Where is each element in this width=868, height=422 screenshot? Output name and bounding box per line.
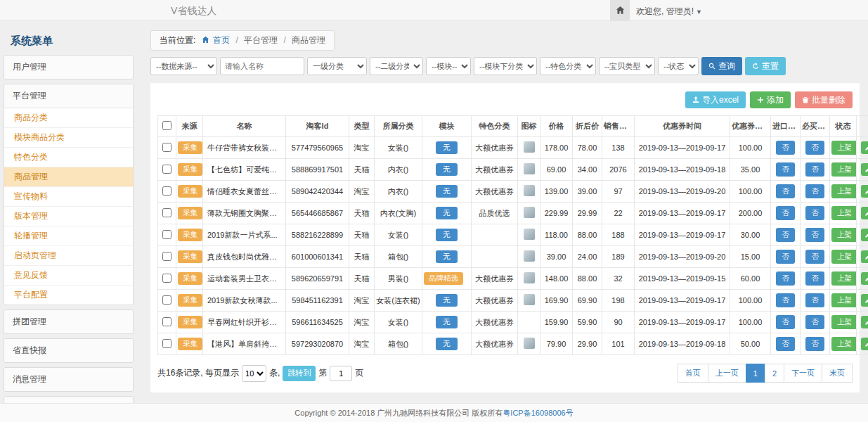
- sidebar-item-user-management[interactable]: 用户管理: [4, 55, 134, 79]
- sidebar-item-product-management[interactable]: 商品管理: [4, 167, 133, 187]
- status-button[interactable]: 上架: [831, 250, 857, 264]
- import-select-toggle[interactable]: 否: [776, 293, 795, 307]
- row-checkbox[interactable]: [162, 274, 171, 283]
- page-2-button[interactable]: 2: [765, 364, 784, 383]
- sidebar-item-message-management[interactable]: 消息管理: [4, 367, 134, 392]
- batch-delete-button[interactable]: 批量删除: [795, 91, 853, 108]
- row-checkbox[interactable]: [162, 230, 171, 239]
- next-page-button[interactable]: 下一页: [784, 364, 822, 383]
- import-excel-button[interactable]: 导入excel: [685, 91, 746, 108]
- edit-button[interactable]: [861, 272, 868, 285]
- status-button[interactable]: 上架: [831, 337, 857, 351]
- sidebar-item-groupbuy-management[interactable]: 拼团管理: [4, 309, 134, 334]
- must-buy-toggle[interactable]: 否: [805, 228, 824, 242]
- import-select-toggle[interactable]: 否: [776, 206, 795, 220]
- status-button[interactable]: 上架: [831, 228, 857, 242]
- status-button[interactable]: 上架: [831, 184, 857, 198]
- must-buy-toggle[interactable]: 否: [805, 250, 824, 264]
- edit-button[interactable]: [861, 229, 868, 241]
- data-source-select[interactable]: --数据来源--: [150, 57, 217, 75]
- item-type-select[interactable]: --宝贝类型--: [599, 57, 655, 75]
- row-checkbox[interactable]: [162, 208, 171, 217]
- row-checkbox[interactable]: [162, 339, 171, 348]
- must-buy-toggle[interactable]: 否: [805, 271, 824, 286]
- reset-button[interactable]: 重置: [745, 57, 786, 75]
- user-menu[interactable]: 欢迎您, 管理员!▼: [636, 6, 702, 18]
- sidebar-item-module-product-category[interactable]: 模块商品分类: [4, 128, 133, 148]
- add-button[interactable]: 添加: [750, 91, 791, 108]
- level1-category-select[interactable]: 一级分类: [307, 57, 367, 75]
- status-button[interactable]: 上架: [831, 206, 857, 220]
- import-select-toggle[interactable]: 否: [776, 162, 795, 177]
- breadcrumb-home-link[interactable]: 首页: [213, 35, 230, 45]
- status-button[interactable]: 上架: [831, 141, 857, 155]
- query-button[interactable]: 查询: [701, 57, 742, 75]
- sidebar-item-platform-config[interactable]: 平台配置: [4, 286, 133, 305]
- row-checkbox[interactable]: [162, 186, 171, 196]
- select-all-checkbox[interactable]: [162, 121, 171, 130]
- edit-button[interactable]: [861, 316, 868, 328]
- prev-page-button[interactable]: 上一页: [708, 364, 746, 383]
- status-select[interactable]: --状态--: [658, 57, 699, 75]
- import-select-toggle[interactable]: 否: [776, 271, 795, 286]
- menu-label[interactable]: 平台管理: [4, 84, 133, 108]
- import-select-toggle[interactable]: 否: [776, 184, 795, 198]
- sidebar-item-featured-category[interactable]: 特色分类: [4, 148, 133, 167]
- product-thumbnail: [524, 294, 535, 305]
- sidebar-item-product-category[interactable]: 商品分类: [4, 108, 133, 128]
- must-buy-toggle[interactable]: 否: [805, 162, 824, 177]
- level2-category-select[interactable]: --二级分类--: [370, 57, 423, 75]
- import-select-toggle[interactable]: 否: [776, 228, 795, 242]
- first-page-button[interactable]: 首页: [678, 364, 708, 383]
- name-search-input[interactable]: [220, 57, 304, 75]
- sidebar-item-splash-management[interactable]: 启动页管理: [4, 246, 133, 266]
- must-buy-toggle[interactable]: 否: [805, 206, 824, 220]
- edit-button[interactable]: [861, 338, 868, 350]
- module-sub-select[interactable]: --模块下分类--: [474, 57, 537, 75]
- sidebar-item-carousel-management[interactable]: 轮播管理: [4, 226, 133, 246]
- sidebar-item-version-management[interactable]: 版本管理: [4, 207, 133, 226]
- icp-link[interactable]: 粤ICP备16098006号: [503, 409, 573, 417]
- import-select-toggle[interactable]: 否: [776, 315, 795, 329]
- row-checkbox[interactable]: [162, 143, 171, 152]
- sidebar-item-feedback[interactable]: 意见反馈: [4, 266, 133, 286]
- edit-button[interactable]: [861, 163, 868, 176]
- page-size-select[interactable]: 10: [242, 365, 266, 382]
- last-page-button[interactable]: 末页: [822, 364, 853, 383]
- must-buy-toggle[interactable]: 否: [805, 315, 824, 329]
- sales-count: 189: [602, 246, 635, 268]
- row-checkbox[interactable]: [162, 295, 171, 305]
- sidebar-item-province-express[interactable]: 省直快报: [4, 338, 134, 363]
- jump-button[interactable]: 跳转到: [283, 366, 316, 381]
- header-home-button[interactable]: [610, 0, 630, 20]
- must-buy-toggle[interactable]: 否: [805, 184, 824, 198]
- edit-button[interactable]: [861, 185, 868, 198]
- row-checkbox[interactable]: [162, 165, 171, 174]
- status-button[interactable]: 上架: [831, 271, 857, 286]
- module-select[interactable]: --模块--: [426, 57, 471, 75]
- import-select-toggle[interactable]: 否: [776, 141, 795, 155]
- edit-button[interactable]: [861, 207, 868, 219]
- edit-button[interactable]: [861, 141, 868, 154]
- product-name: 真皮钱包时尚优雅女士...: [203, 246, 286, 268]
- sidebar: 系统菜单 用户管理 平台管理 商品分类 模块商品分类 特色分类 商品管理 宣传物…: [4, 30, 134, 408]
- edit-button[interactable]: [861, 250, 868, 263]
- discount-price: 69.90: [573, 290, 602, 312]
- row-checkbox[interactable]: [162, 317, 171, 326]
- featured-category-select[interactable]: --特色分类--: [540, 57, 596, 75]
- page-1-button[interactable]: 1: [746, 364, 765, 383]
- jump-suf-label: 页: [355, 367, 363, 379]
- status-button[interactable]: 上架: [831, 293, 857, 307]
- import-select-toggle[interactable]: 否: [776, 337, 795, 351]
- edit-button[interactable]: [861, 294, 868, 307]
- status-button[interactable]: 上架: [831, 162, 857, 177]
- row-checkbox[interactable]: [162, 252, 171, 261]
- sidebar-item-promo-materials[interactable]: 宣传物料: [4, 187, 133, 207]
- page-footer: Copyright © 2014-2018 广州九驰网络科技有限公司 版权所有粤…: [0, 403, 868, 422]
- must-buy-toggle[interactable]: 否: [805, 293, 824, 307]
- jump-page-input[interactable]: [330, 366, 352, 381]
- must-buy-toggle[interactable]: 否: [805, 337, 824, 351]
- must-buy-toggle[interactable]: 否: [805, 141, 824, 155]
- status-button[interactable]: 上架: [831, 315, 857, 329]
- import-select-toggle[interactable]: 否: [776, 250, 795, 264]
